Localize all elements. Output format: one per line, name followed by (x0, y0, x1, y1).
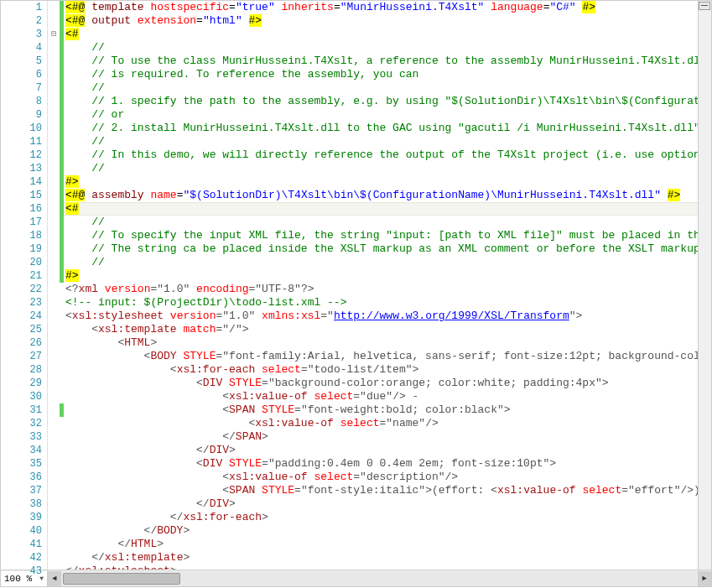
code-line[interactable]: <SPAN STYLE="font-weight:bold; color:bla… (64, 403, 698, 417)
code-line[interactable]: <DIV STYLE="padding:0.4em 0 0.4em 2em; f… (64, 457, 698, 471)
line-number: 1 (1, 1, 42, 14)
code-line[interactable]: <!-- input: $(ProjectDir)\todo-list.xml … (64, 296, 698, 310)
code-line[interactable]: <#@ assembly name="$(SolutionDir)\T4Xslt… (64, 189, 698, 202)
line-number: 23 (1, 296, 42, 310)
code-line[interactable]: // To specify the input XML file, the st… (64, 229, 698, 242)
code-line[interactable]: </HTML> (64, 538, 698, 551)
fold-toggle (48, 497, 60, 511)
line-number: 24 (1, 310, 42, 323)
code-line[interactable]: <# (64, 28, 698, 41)
code-line[interactable]: <?xml version="1.0" encoding="UTF-8"?> (64, 283, 698, 296)
line-number: 21 (1, 269, 42, 283)
fold-toggle (48, 202, 60, 216)
fold-toggle (48, 484, 60, 497)
fold-toggle (48, 551, 60, 565)
fold-toggle (48, 471, 60, 484)
line-number: 29 (1, 377, 42, 390)
code-line[interactable]: </DIV> (64, 444, 698, 457)
code-line[interactable]: <xsl:for-each select="todo-list/item"> (64, 363, 698, 377)
code-line[interactable]: <DIV STYLE="background-color:orange; col… (64, 377, 698, 390)
code-line[interactable]: <xsl:stylesheet version="1.0" xmlns:xsl=… (64, 310, 698, 323)
code-line[interactable]: // 2. install MunirHusseini.T4Xslt.dll t… (64, 122, 698, 135)
code-line[interactable]: // 1. specify the path to the assembly, … (64, 95, 698, 108)
fold-toggle (48, 417, 60, 430)
horizontal-scrollbar[interactable]: ◄ ► (48, 571, 711, 586)
code-line[interactable]: <HTML> (64, 336, 698, 350)
fold-toggle (48, 296, 60, 310)
scroll-thumb[interactable] (63, 573, 180, 585)
code-line[interactable]: <#@ template hostspecific="true" inherit… (64, 1, 698, 14)
fold-toggle (48, 430, 60, 444)
code-line[interactable]: // (64, 256, 698, 269)
fold-toggle (48, 377, 60, 390)
fold-toggle[interactable]: ⊟ (48, 28, 60, 41)
scroll-strip[interactable] (698, 1, 711, 570)
fold-toggle (48, 95, 60, 108)
scroll-left-button[interactable]: ◄ (48, 571, 61, 586)
line-number: 40 (1, 524, 42, 538)
code-line[interactable]: <xsl:value-of select="due"/> - (64, 390, 698, 403)
fold-toggle (48, 538, 60, 551)
code-line[interactable]: </xsl:template> (64, 551, 698, 565)
code-line[interactable]: </DIV> (64, 497, 698, 511)
code-line[interactable]: </xsl:stylesheet> (64, 565, 698, 570)
code-area[interactable]: <#@ template hostspecific="true" inherit… (64, 1, 698, 570)
fold-column[interactable]: ⊟ (48, 1, 60, 570)
code-line[interactable]: // (64, 41, 698, 55)
fold-toggle (48, 68, 60, 81)
code-line[interactable]: <BODY STYLE="font-family:Arial, helvetic… (64, 350, 698, 363)
code-line[interactable]: <#@ output extension="html" #> (64, 14, 698, 28)
fold-toggle (48, 148, 60, 162)
fold-toggle (48, 283, 60, 296)
fold-toggle (48, 269, 60, 283)
line-number: 10 (1, 122, 42, 135)
code-line[interactable]: </xsl:for-each> (64, 511, 698, 524)
line-number: 4 (1, 41, 42, 55)
fold-toggle (48, 81, 60, 95)
line-number: 11 (1, 135, 42, 148)
code-line[interactable]: </SPAN> (64, 430, 698, 444)
line-number: 30 (1, 390, 42, 403)
code-line[interactable]: // or (64, 108, 698, 122)
fold-toggle (48, 363, 60, 377)
code-line[interactable]: <xsl:template match="/"> (64, 323, 698, 336)
split-handle-icon[interactable] (699, 2, 710, 10)
fold-toggle (48, 216, 60, 229)
code-line[interactable]: // is required. To reference the assembl… (64, 68, 698, 81)
code-line[interactable]: #> (64, 269, 698, 283)
line-number: 12 (1, 148, 42, 162)
code-line[interactable]: // To use the class MunirHusseini.T4Xslt… (64, 55, 698, 68)
code-line[interactable]: // (64, 135, 698, 148)
code-line[interactable]: // The string ca be placed inside the XS… (64, 242, 698, 256)
line-number: 20 (1, 256, 42, 269)
code-line[interactable]: <xsl:value-of select="description"/> (64, 471, 698, 484)
line-number: 27 (1, 350, 42, 363)
line-number: 9 (1, 108, 42, 122)
code-line[interactable]: #> (64, 175, 698, 189)
line-number: 18 (1, 229, 42, 242)
line-number: 15 (1, 189, 42, 202)
code-line[interactable]: // (64, 162, 698, 175)
line-number: 34 (1, 444, 42, 457)
code-line[interactable]: <xsl:value-of select="name"/> (64, 417, 698, 430)
line-number: 8 (1, 95, 42, 108)
fold-toggle (48, 229, 60, 242)
fold-toggle (48, 524, 60, 538)
fold-toggle (48, 1, 60, 14)
code-line[interactable]: // (64, 81, 698, 95)
scroll-right-button[interactable]: ► (698, 571, 711, 586)
code-line[interactable]: <# (64, 202, 698, 216)
code-line[interactable]: <SPAN STYLE="font-style:italic">(effort:… (64, 484, 698, 497)
fold-toggle (48, 390, 60, 403)
fold-toggle (48, 457, 60, 471)
line-number: 16 (1, 202, 42, 216)
code-line[interactable]: // In this demo, we will directly refere… (64, 148, 698, 162)
fold-toggle (48, 14, 60, 28)
fold-toggle (48, 162, 60, 175)
code-line[interactable]: // (64, 216, 698, 229)
code-editor[interactable]: 1234567891011121314151617181920212223242… (0, 0, 712, 570)
code-line[interactable]: </BODY> (64, 524, 698, 538)
line-number: 31 (1, 403, 42, 417)
fold-toggle (48, 135, 60, 148)
editor-footer: 100 % ▼ ◄ ► (0, 570, 712, 587)
